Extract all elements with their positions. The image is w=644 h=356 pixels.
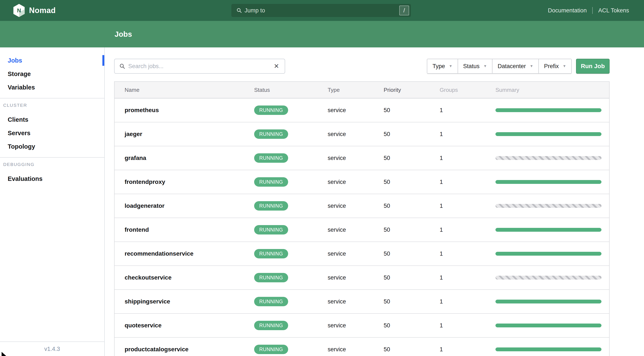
job-priority: 50 [384,322,440,329]
sidebar-nav: JobsStorageVariablesCLUSTERClientsServer… [0,47,104,186]
status-badge: RUNNING [254,201,288,211]
job-priority: 50 [384,131,440,138]
table-row-prometheus[interactable]: prometheusRUNNINGservice501 [114,98,609,122]
filter-dropdown-type[interactable]: Type▼ [427,59,458,73]
page-title: Jobs [114,30,132,38]
job-summary-cell [496,108,609,112]
job-status-cell: RUNNING [254,129,328,139]
filter-dropdown-status[interactable]: Status▼ [458,59,492,73]
job-name: quoteservice [114,322,254,329]
mouse-cursor [0,352,10,356]
job-summary-cell [496,180,609,184]
table-row-checkoutservice[interactable]: checkoutserviceRUNNINGservice501 [114,266,609,290]
filter-label: Prefix [544,63,559,70]
job-summary-cell [496,132,609,136]
summary-bar [496,204,602,208]
table-row-recommendationservice[interactable]: recommendationserviceRUNNINGservice501 [114,242,609,266]
sidebar-item-jobs[interactable]: Jobs [0,54,104,67]
documentation-link[interactable]: Documentation [548,7,587,14]
job-status-cell: RUNNING [254,273,328,282]
job-name: shippingservice [114,298,254,305]
job-groups: 1 [440,131,496,138]
sidebar-item-variables[interactable]: Variables [0,81,104,94]
table-row-jaeger[interactable]: jaegerRUNNINGservice501 [114,122,609,146]
run-job-button[interactable]: Run Job [576,59,610,74]
job-type: service [328,227,384,233]
job-type: service [328,155,384,161]
job-summary-cell [496,324,609,327]
status-badge: RUNNING [254,105,288,115]
sidebar-item-servers[interactable]: Servers [0,126,104,140]
job-priority: 50 [384,298,440,305]
job-type: service [328,131,384,138]
filter-label: Datacenter [498,63,526,70]
status-badge: RUNNING [254,225,288,235]
job-status-cell: RUNNING [254,201,328,211]
job-type: service [328,322,384,329]
jump-to-placeholder: Jump to [244,7,265,14]
job-priority: 50 [384,346,440,353]
column-header-summary: Summary [496,87,609,93]
job-name: productcatalogservice [114,346,254,353]
table-row-grafana[interactable]: grafanaRUNNINGservice501 [114,146,609,170]
summary-bar [496,348,602,351]
job-summary-cell [496,252,609,256]
table-row-frontend[interactable]: frontendRUNNINGservice501 [114,218,609,242]
column-header-name[interactable]: Name [114,87,254,93]
clear-search-icon[interactable]: ✕ [273,62,280,70]
status-badge: RUNNING [254,153,288,163]
job-priority: 50 [384,179,440,185]
job-type: service [328,203,384,209]
job-summary-cell [496,276,609,280]
sidebar-item-evaluations[interactable]: Evaluations [0,172,104,186]
jump-to-search[interactable]: Jump to / [232,4,411,17]
job-priority: 50 [384,227,440,233]
job-status-cell: RUNNING [254,177,328,187]
sidebar-item-storage[interactable]: Storage [0,67,104,81]
job-summary-cell [496,228,609,232]
job-type: service [328,274,384,281]
chevron-down-icon: ▼ [530,64,533,68]
summary-bar [496,300,602,304]
search-icon [236,8,242,13]
top-nav: N Nomad Jump to / Documentation ACL Toke… [0,0,644,21]
table-row-frontendproxy[interactable]: frontendproxyRUNNINGservice501 [114,170,609,194]
job-status-cell: RUNNING [254,249,328,258]
svg-text:N: N [17,7,21,14]
job-groups: 1 [440,107,496,114]
table-row-shippingservice[interactable]: shippingserviceRUNNINGservice501 [114,290,609,314]
status-badge: RUNNING [254,177,288,187]
job-priority: 50 [384,203,440,209]
filter-dropdown-datacenter[interactable]: Datacenter▼ [492,59,538,73]
column-header-status[interactable]: Status [254,87,328,93]
job-name: checkoutservice [114,274,254,281]
filter-dropdown-prefix[interactable]: Prefix▼ [538,59,571,73]
column-header-type[interactable]: Type [328,87,384,93]
status-badge: RUNNING [254,273,288,282]
main-content: ✕ Type▼Status▼Datacenter▼Prefix▼ Run Job… [105,47,644,356]
filter-group: Type▼Status▼Datacenter▼Prefix▼ [427,59,572,74]
table-row-loadgenerator[interactable]: loadgeneratorRUNNINGservice501 [114,194,609,218]
sidebar-divider [0,98,104,98]
jobs-search-box[interactable]: ✕ [114,59,285,74]
table-row-productcatalogservice[interactable]: productcatalogserviceRUNNINGservice501 [114,338,609,356]
page-header: Jobs [0,21,644,47]
table-header-row: NameStatusTypePriorityGroupsSummary [114,82,609,98]
active-item-indicator [102,55,104,66]
nomad-logo[interactable]: N Nomad [13,4,56,17]
sidebar-item-topology[interactable]: Topology [0,140,104,153]
acl-tokens-link[interactable]: ACL Tokens [598,7,629,14]
job-groups: 1 [440,322,496,329]
column-header-priority[interactable]: Priority [384,87,440,93]
controls-row: ✕ Type▼Status▼Datacenter▼Prefix▼ Run Job [114,59,610,74]
summary-bar [496,228,602,232]
column-header-groups: Groups [440,87,496,93]
sidebar-item-clients[interactable]: Clients [0,113,104,126]
job-summary-cell [496,300,609,304]
table-row-quoteservice[interactable]: quoteserviceRUNNINGservice501 [114,314,609,338]
status-badge: RUNNING [254,345,288,354]
chevron-down-icon: ▼ [449,64,452,68]
search-jobs-input[interactable] [128,63,273,70]
sidebar-section-label-cluster: CLUSTER [0,101,104,110]
job-status-cell: RUNNING [254,297,328,306]
